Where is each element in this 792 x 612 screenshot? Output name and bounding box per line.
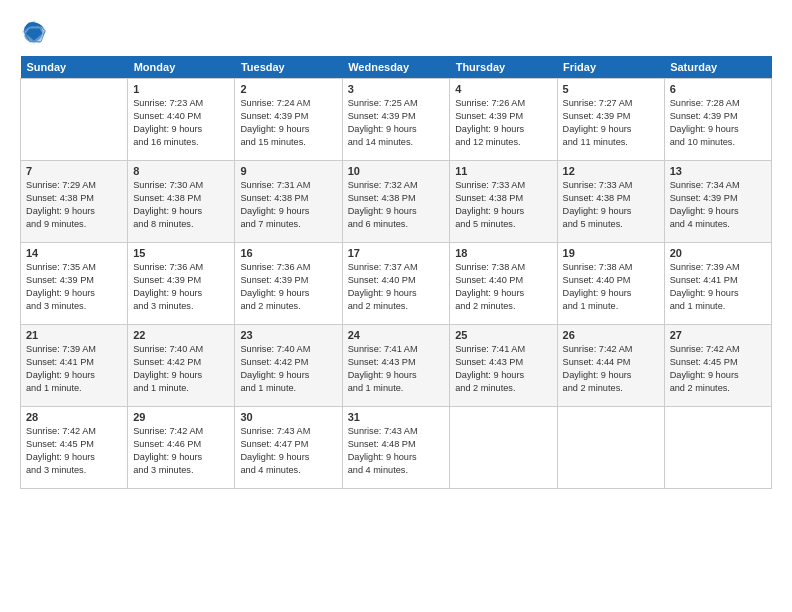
day-info: Sunrise: 7:25 AMSunset: 4:39 PMDaylight:… — [348, 97, 445, 149]
week-row-0: 1Sunrise: 7:23 AMSunset: 4:40 PMDaylight… — [21, 79, 772, 161]
week-row-2: 14Sunrise: 7:35 AMSunset: 4:39 PMDayligh… — [21, 243, 772, 325]
header — [20, 18, 772, 46]
calendar-cell: 20Sunrise: 7:39 AMSunset: 4:41 PMDayligh… — [664, 243, 771, 325]
calendar-cell: 29Sunrise: 7:42 AMSunset: 4:46 PMDayligh… — [128, 407, 235, 489]
weekday-header-thursday: Thursday — [450, 56, 557, 79]
day-number: 8 — [133, 165, 229, 177]
calendar-cell: 19Sunrise: 7:38 AMSunset: 4:40 PMDayligh… — [557, 243, 664, 325]
day-info: Sunrise: 7:31 AMSunset: 4:38 PMDaylight:… — [240, 179, 336, 231]
day-info: Sunrise: 7:38 AMSunset: 4:40 PMDaylight:… — [455, 261, 551, 313]
day-number: 15 — [133, 247, 229, 259]
day-info: Sunrise: 7:23 AMSunset: 4:40 PMDaylight:… — [133, 97, 229, 149]
calendar-cell: 30Sunrise: 7:43 AMSunset: 4:47 PMDayligh… — [235, 407, 342, 489]
calendar-cell — [557, 407, 664, 489]
calendar: SundayMondayTuesdayWednesdayThursdayFrid… — [20, 56, 772, 489]
day-info: Sunrise: 7:28 AMSunset: 4:39 PMDaylight:… — [670, 97, 766, 149]
day-number: 9 — [240, 165, 336, 177]
calendar-cell: 7Sunrise: 7:29 AMSunset: 4:38 PMDaylight… — [21, 161, 128, 243]
calendar-cell: 27Sunrise: 7:42 AMSunset: 4:45 PMDayligh… — [664, 325, 771, 407]
calendar-cell: 8Sunrise: 7:30 AMSunset: 4:38 PMDaylight… — [128, 161, 235, 243]
day-number: 6 — [670, 83, 766, 95]
calendar-cell: 11Sunrise: 7:33 AMSunset: 4:38 PMDayligh… — [450, 161, 557, 243]
calendar-cell: 9Sunrise: 7:31 AMSunset: 4:38 PMDaylight… — [235, 161, 342, 243]
day-number: 29 — [133, 411, 229, 423]
day-number: 14 — [26, 247, 122, 259]
day-number: 3 — [348, 83, 445, 95]
day-number: 1 — [133, 83, 229, 95]
day-number: 26 — [563, 329, 659, 341]
day-number: 13 — [670, 165, 766, 177]
calendar-cell: 22Sunrise: 7:40 AMSunset: 4:42 PMDayligh… — [128, 325, 235, 407]
day-info: Sunrise: 7:41 AMSunset: 4:43 PMDaylight:… — [348, 343, 445, 395]
day-info: Sunrise: 7:27 AMSunset: 4:39 PMDaylight:… — [563, 97, 659, 149]
calendar-cell: 23Sunrise: 7:40 AMSunset: 4:42 PMDayligh… — [235, 325, 342, 407]
day-info: Sunrise: 7:41 AMSunset: 4:43 PMDaylight:… — [455, 343, 551, 395]
weekday-header-wednesday: Wednesday — [342, 56, 450, 79]
calendar-cell: 18Sunrise: 7:38 AMSunset: 4:40 PMDayligh… — [450, 243, 557, 325]
day-number: 28 — [26, 411, 122, 423]
weekday-header-monday: Monday — [128, 56, 235, 79]
calendar-cell: 21Sunrise: 7:39 AMSunset: 4:41 PMDayligh… — [21, 325, 128, 407]
day-info: Sunrise: 7:26 AMSunset: 4:39 PMDaylight:… — [455, 97, 551, 149]
calendar-cell: 2Sunrise: 7:24 AMSunset: 4:39 PMDaylight… — [235, 79, 342, 161]
calendar-cell: 12Sunrise: 7:33 AMSunset: 4:38 PMDayligh… — [557, 161, 664, 243]
calendar-cell — [21, 79, 128, 161]
calendar-cell: 13Sunrise: 7:34 AMSunset: 4:39 PMDayligh… — [664, 161, 771, 243]
calendar-cell: 31Sunrise: 7:43 AMSunset: 4:48 PMDayligh… — [342, 407, 450, 489]
day-number: 11 — [455, 165, 551, 177]
calendar-cell: 28Sunrise: 7:42 AMSunset: 4:45 PMDayligh… — [21, 407, 128, 489]
calendar-cell: 4Sunrise: 7:26 AMSunset: 4:39 PMDaylight… — [450, 79, 557, 161]
day-number: 16 — [240, 247, 336, 259]
day-info: Sunrise: 7:33 AMSunset: 4:38 PMDaylight:… — [563, 179, 659, 231]
day-info: Sunrise: 7:36 AMSunset: 4:39 PMDaylight:… — [240, 261, 336, 313]
day-number: 5 — [563, 83, 659, 95]
calendar-cell: 3Sunrise: 7:25 AMSunset: 4:39 PMDaylight… — [342, 79, 450, 161]
day-info: Sunrise: 7:34 AMSunset: 4:39 PMDaylight:… — [670, 179, 766, 231]
day-number: 2 — [240, 83, 336, 95]
calendar-cell: 25Sunrise: 7:41 AMSunset: 4:43 PMDayligh… — [450, 325, 557, 407]
day-info: Sunrise: 7:43 AMSunset: 4:48 PMDaylight:… — [348, 425, 445, 477]
calendar-cell: 16Sunrise: 7:36 AMSunset: 4:39 PMDayligh… — [235, 243, 342, 325]
calendar-cell: 5Sunrise: 7:27 AMSunset: 4:39 PMDaylight… — [557, 79, 664, 161]
day-info: Sunrise: 7:24 AMSunset: 4:39 PMDaylight:… — [240, 97, 336, 149]
day-info: Sunrise: 7:38 AMSunset: 4:40 PMDaylight:… — [563, 261, 659, 313]
day-info: Sunrise: 7:43 AMSunset: 4:47 PMDaylight:… — [240, 425, 336, 477]
calendar-cell: 17Sunrise: 7:37 AMSunset: 4:40 PMDayligh… — [342, 243, 450, 325]
day-info: Sunrise: 7:30 AMSunset: 4:38 PMDaylight:… — [133, 179, 229, 231]
day-number: 25 — [455, 329, 551, 341]
week-row-4: 28Sunrise: 7:42 AMSunset: 4:45 PMDayligh… — [21, 407, 772, 489]
logo — [20, 18, 52, 46]
day-number: 27 — [670, 329, 766, 341]
day-number: 4 — [455, 83, 551, 95]
day-info: Sunrise: 7:32 AMSunset: 4:38 PMDaylight:… — [348, 179, 445, 231]
calendar-cell — [664, 407, 771, 489]
day-number: 18 — [455, 247, 551, 259]
weekday-header-sunday: Sunday — [21, 56, 128, 79]
calendar-cell: 10Sunrise: 7:32 AMSunset: 4:38 PMDayligh… — [342, 161, 450, 243]
weekday-header-saturday: Saturday — [664, 56, 771, 79]
day-number: 31 — [348, 411, 445, 423]
day-number: 20 — [670, 247, 766, 259]
day-info: Sunrise: 7:39 AMSunset: 4:41 PMDaylight:… — [670, 261, 766, 313]
day-number: 21 — [26, 329, 122, 341]
day-number: 23 — [240, 329, 336, 341]
day-info: Sunrise: 7:29 AMSunset: 4:38 PMDaylight:… — [26, 179, 122, 231]
day-info: Sunrise: 7:42 AMSunset: 4:45 PMDaylight:… — [26, 425, 122, 477]
day-info: Sunrise: 7:33 AMSunset: 4:38 PMDaylight:… — [455, 179, 551, 231]
day-number: 17 — [348, 247, 445, 259]
day-number: 10 — [348, 165, 445, 177]
weekday-header-friday: Friday — [557, 56, 664, 79]
day-number: 7 — [26, 165, 122, 177]
calendar-cell: 26Sunrise: 7:42 AMSunset: 4:44 PMDayligh… — [557, 325, 664, 407]
day-info: Sunrise: 7:39 AMSunset: 4:41 PMDaylight:… — [26, 343, 122, 395]
day-info: Sunrise: 7:40 AMSunset: 4:42 PMDaylight:… — [240, 343, 336, 395]
day-info: Sunrise: 7:40 AMSunset: 4:42 PMDaylight:… — [133, 343, 229, 395]
weekday-header-tuesday: Tuesday — [235, 56, 342, 79]
calendar-cell: 14Sunrise: 7:35 AMSunset: 4:39 PMDayligh… — [21, 243, 128, 325]
weekday-header-row: SundayMondayTuesdayWednesdayThursdayFrid… — [21, 56, 772, 79]
day-info: Sunrise: 7:37 AMSunset: 4:40 PMDaylight:… — [348, 261, 445, 313]
week-row-1: 7Sunrise: 7:29 AMSunset: 4:38 PMDaylight… — [21, 161, 772, 243]
calendar-cell: 24Sunrise: 7:41 AMSunset: 4:43 PMDayligh… — [342, 325, 450, 407]
day-number: 24 — [348, 329, 445, 341]
day-info: Sunrise: 7:36 AMSunset: 4:39 PMDaylight:… — [133, 261, 229, 313]
